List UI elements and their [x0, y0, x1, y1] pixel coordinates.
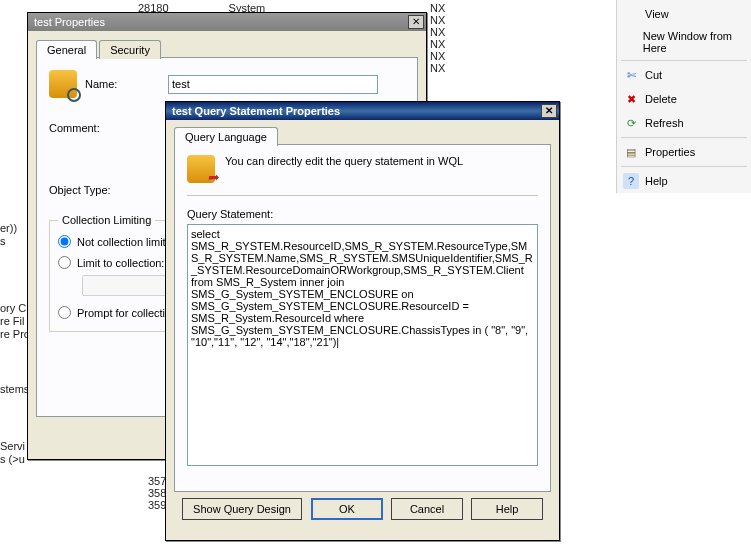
name-label: Name: — [85, 78, 160, 90]
menu-separator — [621, 137, 747, 138]
search-db-icon — [49, 70, 77, 98]
menu-item-cut[interactable]: ✄ Cut — [617, 63, 751, 87]
clipped-text: re Pro — [0, 328, 30, 340]
radio-input[interactable] — [58, 256, 71, 269]
query-statement-dialog: test Query Statement Properties ✕ Query … — [165, 101, 560, 541]
menu-label: Help — [645, 175, 668, 187]
cell-nx: NX — [430, 38, 445, 50]
show-query-design-button[interactable]: Show Query Design — [182, 498, 302, 520]
cell-id: 359 — [148, 499, 166, 511]
comment-label: Comment: — [49, 122, 124, 134]
menu-separator — [621, 60, 747, 61]
clipped-text: er)) — [0, 222, 17, 234]
menu-separator — [621, 166, 747, 167]
menu-item-delete[interactable]: ✖ Delete — [617, 87, 751, 111]
object-type-label: Object Type: — [49, 184, 124, 196]
menu-item-new-window[interactable]: New Window from Here — [617, 26, 751, 58]
close-icon[interactable]: ✕ — [541, 104, 557, 118]
titlebar[interactable]: test Query Statement Properties ✕ — [166, 102, 559, 120]
hint-text: You can directly edit the query statemen… — [225, 155, 463, 167]
help-icon: ? — [623, 173, 639, 189]
radio-input[interactable] — [58, 235, 71, 248]
collection-limiting-legend: Collection Limiting — [58, 214, 155, 226]
menu-label: Delete — [645, 93, 677, 105]
clipped-text: re Fil — [0, 315, 24, 327]
blank-icon — [623, 6, 639, 22]
context-menu: View New Window from Here ✄ Cut ✖ Delete… — [616, 0, 751, 193]
clipped-text: ory C — [0, 302, 26, 314]
name-input[interactable] — [168, 75, 378, 94]
cell-id: 358 — [148, 487, 166, 499]
menu-item-refresh[interactable]: ⟳ Refresh — [617, 111, 751, 135]
dialog-title: test Query Statement Properties — [172, 105, 340, 117]
scissors-icon: ✄ — [623, 67, 639, 83]
close-icon[interactable]: ✕ — [408, 15, 424, 29]
clipped-text: Servi — [0, 440, 25, 452]
menu-label: New Window from Here — [643, 30, 743, 54]
clipped-text: stems — [0, 383, 29, 395]
menu-label: Properties — [645, 146, 695, 158]
titlebar[interactable]: test Properties ✕ — [28, 13, 426, 31]
delete-icon: ✖ — [623, 91, 639, 107]
query-statement-label: Query Statement: — [187, 208, 538, 220]
radio-label: Prompt for collection — [77, 307, 177, 319]
cell-nx: NX — [430, 14, 445, 26]
tab-query-language[interactable]: Query Language — [174, 127, 278, 146]
blank-icon — [623, 34, 637, 50]
cancel-button[interactable]: Cancel — [391, 498, 463, 520]
menu-item-help[interactable]: ? Help — [617, 169, 751, 193]
menu-item-view[interactable]: View — [617, 2, 751, 26]
query-statement-textarea[interactable] — [187, 224, 538, 466]
tab-general[interactable]: General — [36, 40, 97, 59]
refresh-icon: ⟳ — [623, 115, 639, 131]
menu-item-properties[interactable]: ▤ Properties — [617, 140, 751, 164]
menu-label: Cut — [645, 69, 662, 81]
tab-security[interactable]: Security — [99, 40, 161, 59]
properties-icon: ▤ — [623, 144, 639, 160]
menu-label: View — [645, 8, 669, 20]
dialog-title: test Properties — [34, 16, 105, 28]
cell-id: 357 — [148, 475, 166, 487]
cell-nx: NX — [430, 50, 445, 62]
clipped-text: s — [0, 235, 6, 247]
radio-label: Not collection limited — [77, 236, 178, 248]
cell-nx: NX — [430, 2, 445, 14]
ok-button[interactable]: OK — [311, 498, 383, 520]
menu-label: Refresh — [645, 117, 684, 129]
radio-label: Limit to collection: — [77, 257, 164, 269]
db-export-icon: ➦ — [187, 155, 215, 183]
cell-nx: NX — [430, 62, 445, 74]
clipped-text: s (>u — [0, 453, 25, 465]
radio-input[interactable] — [58, 306, 71, 319]
help-button[interactable]: Help — [471, 498, 543, 520]
cell-nx: NX — [430, 26, 445, 38]
